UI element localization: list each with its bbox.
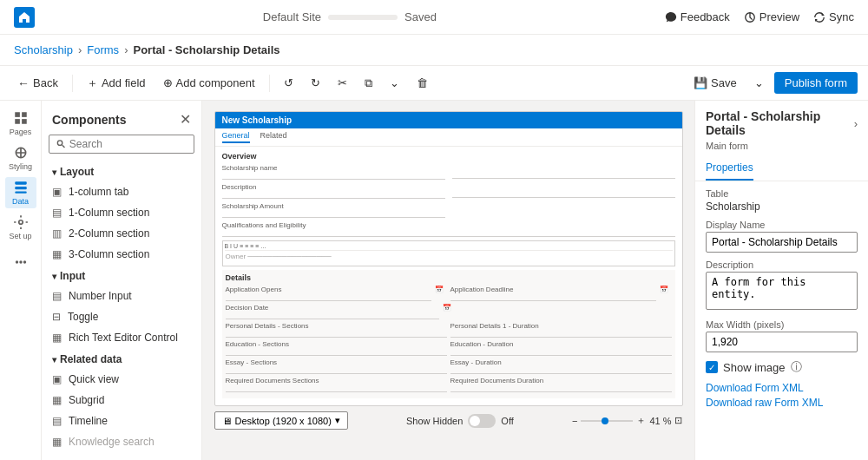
zoom-fit-icon[interactable]: ⊡ bbox=[674, 415, 682, 426]
display-name-input[interactable] bbox=[706, 232, 858, 253]
home-icon[interactable] bbox=[14, 7, 35, 28]
undo-button[interactable]: ↺ bbox=[277, 73, 300, 93]
component-1col-tab[interactable]: ▣ 1-column tab bbox=[42, 181, 201, 202]
component-toggle[interactable]: ⊟ Toggle bbox=[42, 306, 201, 327]
max-width-input[interactable] bbox=[706, 332, 858, 352]
related-section-header[interactable]: ▾ Related data bbox=[42, 348, 201, 369]
component-number-input[interactable]: ▤ Number Input bbox=[42, 286, 201, 306]
description-label: Description bbox=[706, 260, 858, 270]
save-dropdown[interactable]: ⌄ bbox=[747, 73, 771, 93]
overview-label: Overview bbox=[222, 152, 675, 161]
table-label: Table bbox=[706, 188, 858, 199]
component-timeline[interactable]: ▤ Timeline bbox=[42, 411, 201, 431]
component-rich-text[interactable]: ▦ Rich Text Editor Control bbox=[42, 327, 201, 348]
search-box[interactable] bbox=[49, 135, 194, 154]
zoom-slider[interactable] bbox=[581, 420, 633, 422]
form-title: New Scholarship bbox=[215, 112, 682, 128]
form-tab-general[interactable]: General bbox=[222, 131, 250, 143]
form-tabs: General Related bbox=[215, 128, 682, 147]
quickview-icon: ▣ bbox=[52, 373, 62, 385]
download-raw-form-xml-link[interactable]: Download raw Form XML bbox=[706, 397, 858, 409]
placeholder-field bbox=[452, 164, 675, 180]
show-image-row: ✓ Show image ⓘ bbox=[706, 359, 858, 375]
form-body: Overview Scholarship name Description bbox=[215, 147, 682, 404]
delete-button[interactable]: 🗑 bbox=[410, 73, 435, 93]
add-component-button[interactable]: ⊕ Add component bbox=[156, 73, 262, 93]
nav-pages[interactable]: Pages bbox=[5, 108, 36, 139]
rp-expand-icon[interactable]: › bbox=[854, 117, 858, 130]
related-toggle-icon: ▾ bbox=[52, 355, 56, 365]
breadcrumb-scholarship[interactable]: Scholarship bbox=[14, 43, 73, 56]
dropdown-icon: ▾ bbox=[335, 415, 340, 426]
form-row-qualifications: Qualifications and Eligibility bbox=[222, 221, 675, 237]
progress-bar bbox=[328, 15, 398, 20]
paste-dropdown[interactable]: ⌄ bbox=[383, 73, 406, 93]
zoom-minus-icon[interactable]: − bbox=[572, 416, 577, 426]
info-icon: ⓘ bbox=[791, 359, 802, 375]
breadcrumb-forms[interactable]: Forms bbox=[87, 43, 119, 56]
details-section: Details Application Opens 📅 Application … bbox=[222, 270, 675, 398]
form-preview: New Scholarship General Related Overview… bbox=[214, 111, 683, 406]
add-component-icon: ⊕ bbox=[163, 76, 173, 89]
breadcrumb: Scholarship › Forms › Portal - Scholarsh… bbox=[0, 35, 868, 66]
add-field-button[interactable]: ＋ Add field bbox=[80, 72, 153, 95]
description-textarea[interactable]: A form for this entity. bbox=[706, 272, 858, 310]
left-nav: Pages Styling Data Set up bbox=[0, 101, 42, 460]
amount-field: Scholarship Amount bbox=[222, 202, 445, 218]
feedback-button[interactable]: Feedback bbox=[665, 10, 730, 23]
toolbar-right: 💾 Save ⌄ Publish form bbox=[687, 72, 858, 94]
component-quick-view[interactable]: ▣ Quick view bbox=[42, 369, 201, 390]
layout-section-header[interactable]: ▾ Layout bbox=[42, 161, 201, 181]
panel-close-button[interactable]: ✕ bbox=[180, 111, 191, 128]
show-hidden-toggle[interactable] bbox=[468, 414, 496, 428]
preview-button[interactable]: Preview bbox=[744, 10, 799, 23]
show-hidden-control: Show Hidden Off bbox=[406, 414, 514, 428]
toggle-icon: ⊟ bbox=[52, 311, 61, 323]
svg-point-13 bbox=[57, 141, 62, 145]
save-button[interactable]: 💾 Save bbox=[687, 73, 744, 93]
desktop-icon: 🖥 bbox=[222, 416, 232, 426]
search-input[interactable] bbox=[69, 138, 187, 150]
publish-button[interactable]: Publish form bbox=[774, 72, 858, 94]
desktop-size-button[interactable]: 🖥 Desktop (1920 x 1080) ▾ bbox=[214, 411, 348, 430]
svg-point-9 bbox=[18, 220, 23, 225]
input-section-header[interactable]: ▾ Input bbox=[42, 265, 201, 286]
redo-button[interactable]: ↻ bbox=[304, 73, 327, 93]
search-icon bbox=[56, 139, 66, 149]
toolbar: ← Back ＋ Add field ⊕ Add component ↺ ↻ ✂… bbox=[0, 66, 868, 101]
timeline-icon: ▤ bbox=[52, 415, 62, 427]
delete-icon: 🗑 bbox=[417, 76, 428, 89]
nav-styling[interactable]: Styling bbox=[5, 142, 36, 174]
back-icon: ← bbox=[17, 76, 30, 90]
top-bar-left bbox=[14, 7, 35, 28]
input-toggle-icon: ▾ bbox=[52, 272, 56, 281]
show-image-checkbox[interactable]: ✓ bbox=[706, 361, 718, 373]
nav-setup[interactable]: Set up bbox=[5, 212, 36, 243]
form-tab-related[interactable]: Related bbox=[260, 131, 287, 143]
cut-icon: ✂ bbox=[338, 76, 347, 89]
component-1col-section[interactable]: ▤ 1-Column section bbox=[42, 202, 201, 223]
component-subgrid[interactable]: ▦ Subgrid bbox=[42, 390, 201, 411]
back-button[interactable]: ← Back bbox=[10, 73, 65, 94]
richtext-area: B I U ≡ ≡ ≡ ≡ … Owner ───────────────── bbox=[222, 240, 675, 266]
component-2col-section[interactable]: ▥ 2-Column section bbox=[42, 223, 201, 244]
rp-properties-section: Table Scholarship Display Name Descripti… bbox=[695, 181, 868, 418]
cut-button[interactable]: ✂ bbox=[331, 73, 354, 93]
component-3col-section[interactable]: ▦ 3-Column section bbox=[42, 244, 201, 265]
rp-tab-properties[interactable]: Properties bbox=[706, 156, 753, 181]
right-panel: Portal - Scholarship Details › Main form… bbox=[694, 101, 868, 460]
richtext-icon: ▦ bbox=[52, 332, 62, 344]
nav-data[interactable]: Data bbox=[5, 177, 36, 208]
rp-title: Portal - Scholarship Details bbox=[706, 109, 854, 137]
zoom-value: 41 % bbox=[649, 416, 671, 426]
nav-more[interactable] bbox=[5, 246, 36, 278]
svg-rect-8 bbox=[15, 192, 27, 194]
show-image-label: Show image bbox=[723, 361, 786, 374]
download-form-xml-link[interactable]: Download Form XML bbox=[706, 382, 858, 394]
copy-button[interactable]: ⧉ bbox=[358, 73, 379, 94]
svg-rect-4 bbox=[22, 119, 27, 124]
top-bar: Default Site Saved Feedback Preview Sync bbox=[0, 0, 868, 35]
zoom-plus-icon[interactable]: ＋ bbox=[636, 414, 646, 427]
sync-button[interactable]: Sync bbox=[813, 10, 854, 23]
knowledge-icon: ▦ bbox=[52, 436, 62, 448]
